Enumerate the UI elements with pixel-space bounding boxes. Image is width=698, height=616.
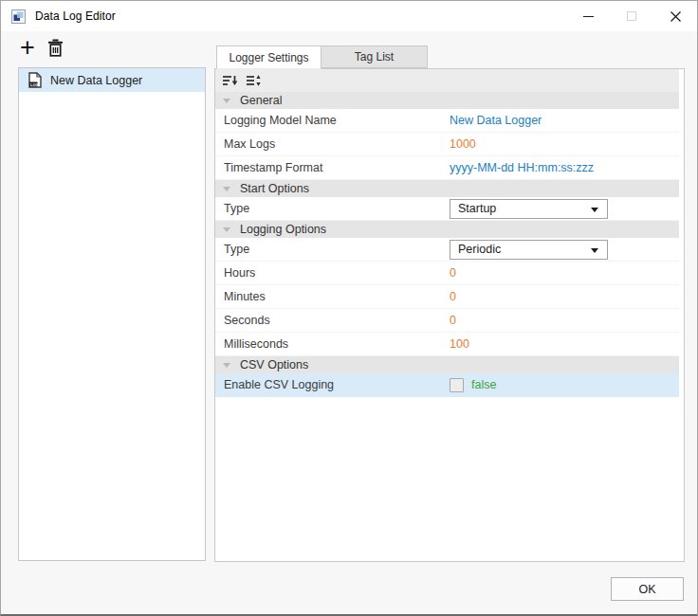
chevron-down-icon <box>591 248 598 253</box>
start-type-selected-value: Startup <box>458 202 496 215</box>
app-icon <box>11 9 26 24</box>
milliseconds-value[interactable]: 100 <box>450 337 469 351</box>
close-icon <box>670 11 681 22</box>
logger-list-toolbar: + <box>20 37 64 58</box>
log-file-icon: LOG <box>28 72 42 88</box>
hours-value[interactable]: 0 <box>450 266 456 280</box>
collapse-all-icon <box>222 74 238 87</box>
collapse-all-button[interactable] <box>222 74 238 87</box>
property-label: Logging Model Name <box>215 114 450 127</box>
section-title: Logging Options <box>240 223 326 236</box>
property-row-max-logs[interactable]: Max Logs 1000 <box>215 133 679 156</box>
start-type-dropdown[interactable]: Startup <box>450 199 608 219</box>
minimize-button[interactable] <box>566 1 610 31</box>
expand-all-button[interactable] <box>246 74 262 87</box>
property-row-timestamp-format[interactable]: Timestamp Format yyyy-MM-dd HH:mm:ss:zzz <box>215 156 679 180</box>
section-title: Start Options <box>240 182 309 195</box>
property-label: Minutes <box>215 290 450 303</box>
add-logger-button[interactable]: + <box>20 37 35 58</box>
property-label: Milliseconds <box>215 337 450 351</box>
tab-tag-list-label: Tag List <box>355 50 394 63</box>
window-controls <box>566 1 697 31</box>
property-label: Seconds <box>215 314 450 327</box>
data-log-editor-window: Data Log Editor + <box>0 0 698 616</box>
minutes-value[interactable]: 0 <box>450 290 456 303</box>
tab-bar: Logger Settings Tag List <box>216 45 428 69</box>
property-row-minutes[interactable]: Minutes 0 <box>215 285 679 309</box>
ok-button[interactable]: OK <box>611 577 684 601</box>
section-header-general[interactable]: General <box>215 92 679 109</box>
tab-logger-settings-label: Logger Settings <box>229 51 308 64</box>
tab-logger-settings[interactable]: Logger Settings <box>216 45 321 69</box>
tab-tag-list[interactable]: Tag List <box>321 45 428 68</box>
property-row-seconds[interactable]: Seconds 0 <box>215 309 679 333</box>
section-header-start-options[interactable]: Start Options <box>215 180 679 197</box>
seconds-value[interactable]: 0 <box>450 314 456 327</box>
property-label: Timestamp Format <box>215 161 450 174</box>
logging-type-dropdown[interactable]: Periodic <box>450 240 608 260</box>
property-grid: General Logging Model Name New Data Logg… <box>215 69 679 397</box>
logger-list-item[interactable]: LOG New Data Logger <box>19 68 205 92</box>
property-label: Type <box>215 202 450 215</box>
svg-text:LOG: LOG <box>30 82 39 87</box>
property-row-milliseconds[interactable]: Milliseconds 100 <box>215 333 679 356</box>
max-logs-value[interactable]: 1000 <box>450 137 476 151</box>
maximize-icon <box>627 11 636 21</box>
logger-list-item-label: New Data Logger <box>50 74 142 87</box>
minimize-icon <box>583 16 594 17</box>
maximize-button[interactable] <box>610 1 653 31</box>
chevron-down-icon <box>591 208 598 212</box>
property-label: Hours <box>215 266 450 280</box>
enable-csv-logging-checkbox[interactable] <box>450 378 464 392</box>
logging-model-name-value[interactable]: New Data Logger <box>450 114 542 127</box>
property-label: Enable CSV Logging <box>215 378 450 391</box>
enable-csv-logging-value: false <box>471 378 496 391</box>
close-button[interactable] <box>653 1 697 31</box>
section-header-csv-options[interactable]: CSV Options <box>215 356 679 373</box>
property-grid-toolbar <box>215 69 679 92</box>
property-row-enable-csv-logging[interactable]: Enable CSV Logging false <box>215 373 679 397</box>
property-label: Max Logs <box>215 137 450 151</box>
section-title: General <box>240 94 282 107</box>
section-title: CSV Options <box>240 358 308 371</box>
section-header-logging-options[interactable]: Logging Options <box>215 221 679 238</box>
logger-settings-panel: General Logging Model Name New Data Logg… <box>214 68 685 562</box>
collapse-triangle-icon <box>223 187 230 191</box>
expand-all-icon <box>246 74 262 87</box>
property-label: Type <box>215 243 450 256</box>
property-row-logging-model-name[interactable]: Logging Model Name New Data Logger <box>215 109 679 133</box>
collapse-triangle-icon <box>223 99 230 103</box>
title-bar: Data Log Editor <box>1 1 697 31</box>
logger-list: LOG New Data Logger <box>18 67 206 561</box>
collapse-triangle-icon <box>223 363 230 368</box>
delete-logger-button[interactable] <box>47 39 64 57</box>
property-row-hours[interactable]: Hours 0 <box>215 262 679 285</box>
property-row-start-type[interactable]: Type Startup <box>215 197 679 221</box>
window-title: Data Log Editor <box>35 9 116 23</box>
collapse-triangle-icon <box>223 227 230 232</box>
timestamp-format-value[interactable]: yyyy-MM-dd HH:mm:ss:zzz <box>450 161 594 174</box>
property-row-logging-type[interactable]: Type Periodic <box>215 238 679 262</box>
logging-type-selected-value: Periodic <box>458 243 501 256</box>
